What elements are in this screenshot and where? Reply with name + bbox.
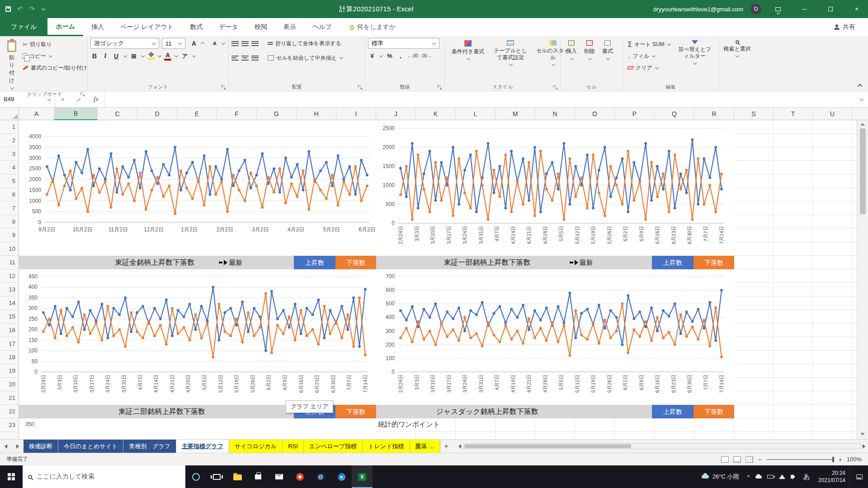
tray-expand-icon[interactable]: ^ [747,474,750,480]
insert-function-icon[interactable]: fx [94,95,99,103]
cells-area[interactable]: 050010001500200025003000350040009月2日10月2… [19,120,857,439]
zoom-out-button[interactable]: − [758,456,761,463]
row-header-6[interactable]: 6 [0,188,19,202]
share-button[interactable]: 共有 [834,18,855,36]
row-header-9[interactable]: 9 [0,229,19,242]
volume-icon[interactable] [791,475,793,479]
column-header-F[interactable]: F [217,108,257,120]
align-left-icon[interactable] [231,54,239,61]
column-header-J[interactable]: J [376,108,416,120]
align-center-icon[interactable] [241,54,249,61]
maximize-button[interactable] [821,0,840,18]
row-header-20[interactable]: 20 [0,378,19,391]
chart-tse-second-advance-decline[interactable]: 0501001502002503003504004502月24日3月3日3月10… [19,269,376,405]
row-header-12[interactable]: 12 [0,269,19,283]
row-header-3[interactable]: 3 [0,147,19,161]
ribbon-tab-0[interactable]: ホーム [47,18,83,36]
column-header-K[interactable]: K [416,108,456,120]
account-avatar[interactable]: D [750,4,761,14]
column-header-S[interactable]: S [734,108,774,120]
phonetic-guide-button[interactable]: ア [181,52,189,60]
ribbon-tab-1[interactable]: 挿入 [83,18,112,36]
row-header-10[interactable]: 10 [0,242,19,256]
merge-center-button[interactable]: セルを結合して中央揃え [266,52,345,63]
down-count-badge[interactable]: 下落数 [335,256,376,269]
vertical-scrollbar[interactable] [857,120,868,439]
tell-me-box[interactable]: 何をしますか [350,18,396,36]
down-count-badge[interactable]: 下落数 [335,405,376,418]
column-header-M[interactable]: M [495,108,535,120]
ribbon-tab-2[interactable]: ページ レイアウト [112,18,182,36]
ribbon-display-options-icon[interactable] [769,0,788,18]
row-header-15[interactable]: 15 [0,310,19,324]
chart-tse-first-advance-decline[interactable]: 050010001500200025002月24日3月3日3月10日3月17日3… [376,120,734,256]
align-middle-icon[interactable] [241,40,249,47]
column-header-B[interactable]: B [54,108,98,120]
font-name-select[interactable]: 游ゴシック [90,38,159,49]
sheet-tab-0[interactable]: 株価診断 [24,440,58,453]
align-right-icon[interactable] [251,54,259,61]
font-size-select[interactable]: 11 [162,38,185,49]
close-button[interactable]: × [847,0,866,18]
onedrive-icon[interactable] [755,475,762,479]
ribbon-tab-4[interactable]: データ [211,18,246,36]
font-color-button[interactable]: A [164,52,171,61]
autosum-button[interactable]: Σオート SUM [626,39,673,50]
excel-taskbar-icon[interactable]: X [352,465,373,488]
row-header-1[interactable]: 1 [0,120,19,134]
column-header-N[interactable]: N [535,108,575,120]
column-header-G[interactable]: G [257,108,297,120]
sheet-tab-3[interactable]: 主要指標グラフ [176,440,229,453]
edge-icon[interactable]: e [331,465,352,488]
taskbar-clock[interactable]: 20:24 2021/07/14 [814,469,850,484]
sheet-tab-2[interactable]: 業種別 グラフ [123,440,176,453]
formula-input[interactable] [105,91,854,107]
row-header-16[interactable]: 16 [0,324,19,337]
row-header-13[interactable]: 13 [0,283,19,296]
italic-button[interactable]: I [101,52,109,60]
page-layout-view-icon[interactable] [733,456,741,463]
row-header-5[interactable]: 5 [0,174,19,188]
zoom-slider[interactable] [766,459,834,460]
start-button[interactable] [0,465,23,488]
row-header-8[interactable]: 8 [0,215,19,229]
ribbon-tab-6[interactable]: 表示 [275,18,304,36]
page-break-view-icon[interactable] [745,456,753,463]
column-header-T[interactable]: T [774,108,813,120]
row-header-22[interactable]: 22 [0,405,19,418]
network-icon[interactable] [779,474,785,479]
column-header-O[interactable]: O [575,108,615,120]
column-header-A[interactable]: A [19,108,54,120]
task-view-icon[interactable] [206,465,227,488]
column-header-I[interactable]: I [336,108,376,120]
column-header-C[interactable]: C [98,108,137,120]
up-count-badge[interactable]: 上昇数 [652,256,693,269]
down-count-badge[interactable]: 下落数 [693,256,734,269]
row-header-23[interactable]: 23 [0,418,19,432]
undo-icon[interactable]: ↶ [17,5,23,13]
column-header-E[interactable]: E [177,108,217,120]
column-header-D[interactable]: D [137,108,177,120]
scroll-right-icon[interactable] [863,444,865,449]
increase-font-button[interactable]: A [188,38,206,49]
align-top-icon[interactable] [231,40,239,47]
scroll-up-icon[interactable] [860,123,865,126]
notification-icon[interactable] [850,465,868,488]
column-header-L[interactable]: L [456,108,495,120]
chart-tse-all-advance-decline[interactable]: 050010001500200025003000350040009月2日10月2… [19,120,376,256]
redo-icon[interactable]: ↷ [29,5,35,13]
dialog-launcher-icon[interactable] [553,85,557,89]
cortana-icon[interactable] [185,465,206,488]
sheet-tab-6[interactable]: エンベロープ指標 [304,440,363,453]
weather-widget[interactable]: 26°C 小雨 [697,473,744,481]
sheet-tab-7[interactable]: トレンド指標 [363,440,410,453]
at-app-icon[interactable]: @ [310,465,331,488]
column-header-P[interactable]: P [615,108,655,120]
decrease-decimal-button[interactable]: .00→ [421,53,432,58]
sheet-tab-5[interactable]: RSI [283,440,304,453]
row-header-4[interactable]: 4 [0,161,19,174]
delete-cells-button[interactable]: 削除 [581,38,598,61]
formula-bar-expand-icon[interactable] [854,91,868,107]
down-count-badge[interactable]: 下落数 [693,405,734,418]
chart-jasdaq-advance-decline[interactable]: 01002003004005006007002月24日3月3日3月10日3月17… [376,269,734,405]
